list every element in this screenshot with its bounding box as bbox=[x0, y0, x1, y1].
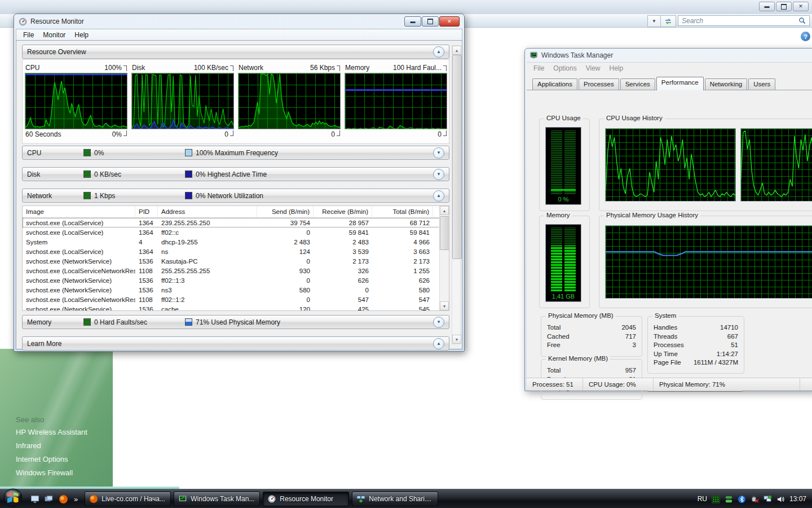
taskbar-clock[interactable]: 13:07 bbox=[789, 495, 806, 503]
hp-wireless-tray-icon[interactable] bbox=[725, 495, 733, 503]
column-header[interactable]: Image bbox=[23, 206, 135, 217]
menu-bar: FileMonitorHelp bbox=[16, 29, 462, 41]
scroll-up-button[interactable]: ▲ bbox=[440, 206, 449, 215]
flip3d-icon[interactable] bbox=[45, 494, 54, 504]
show-desktop-icon[interactable] bbox=[30, 494, 40, 504]
table-row[interactable]: svchost.exe (NetworkService)1536ns358005… bbox=[23, 285, 449, 295]
collapse-button[interactable]: ▲ bbox=[433, 46, 444, 58]
taskbar-button[interactable]: Resource Monitor bbox=[263, 492, 349, 506]
restore-button[interactable] bbox=[776, 2, 792, 11]
column-header[interactable]: Receive (B/min) bbox=[314, 206, 372, 217]
task-manager-titlebar[interactable]: Windows Task Manager bbox=[525, 49, 812, 62]
tab-users[interactable]: Users bbox=[748, 78, 775, 90]
tab-services[interactable]: Services bbox=[620, 78, 655, 90]
scroll-down-button[interactable]: ▼ bbox=[440, 301, 449, 310]
table-row[interactable]: svchost.exe (LocalService)1364ff02::c059… bbox=[23, 227, 449, 237]
collapse-button[interactable]: ▲ bbox=[433, 190, 444, 202]
collapse-button[interactable]: ▲ bbox=[433, 338, 444, 349]
minimize-button[interactable]: ▬ bbox=[759, 2, 775, 11]
table-row[interactable]: svchost.exe (LocalService)1364ns1243 539… bbox=[23, 247, 449, 256]
table-cell: 1364 bbox=[135, 220, 158, 226]
section-label: Disk bbox=[27, 170, 83, 178]
quick-launch-overflow-chevron[interactable]: » bbox=[74, 495, 78, 503]
search-box[interactable]: Search bbox=[678, 15, 810, 26]
stat-value: 14710 bbox=[720, 323, 738, 332]
firefox-icon bbox=[89, 494, 98, 503]
expand-button[interactable]: ▼ bbox=[433, 147, 444, 159]
section-memory[interactable]: Memory 0 Hard Faults/sec 71% Used Physic… bbox=[22, 315, 449, 329]
taskbar-button[interactable]: Windows Task Man... bbox=[174, 492, 260, 506]
table-row[interactable]: svchost.exe (LocalService)1364239.255.25… bbox=[23, 218, 449, 227]
resource-monitor-titlebar[interactable]: Resource Monitor ▬ ✕ bbox=[14, 14, 464, 29]
address-dropdown-button[interactable]: ▼ bbox=[647, 15, 661, 27]
help-icon[interactable]: ? bbox=[801, 32, 810, 41]
scrollbar-thumb[interactable] bbox=[452, 55, 462, 259]
section-disk[interactable]: Disk 0 KB/sec 0% Highest Active Time ▼ bbox=[22, 167, 449, 181]
menu-view[interactable]: View bbox=[581, 63, 605, 73]
menu-monitor[interactable]: Monitor bbox=[38, 30, 70, 40]
column-header[interactable]: PID bbox=[135, 206, 158, 217]
window-scrollbar[interactable]: ▲ ▼ bbox=[452, 45, 461, 344]
stat-value: 3 bbox=[633, 341, 636, 350]
section-stat: 0% Highest Active Time bbox=[196, 170, 267, 178]
see-also-link[interactable]: Internet Options bbox=[16, 455, 87, 463]
table-cell: 124 bbox=[257, 248, 314, 255]
table-cell: 4 966 bbox=[372, 239, 433, 246]
network-tray-icon[interactable] bbox=[764, 495, 772, 503]
memory-gauge: 1,41 GB bbox=[545, 224, 581, 302]
section-learn-more[interactable]: Learn More ▲ bbox=[22, 336, 449, 351]
table-row[interactable]: System4dhcp-19-2552 4832 4834 966 bbox=[23, 237, 449, 247]
firefox-quicklaunch-icon[interactable] bbox=[59, 494, 68, 504]
tab-applications[interactable]: Applications bbox=[532, 78, 577, 90]
menu-help[interactable]: Help bbox=[605, 63, 628, 73]
menu-file[interactable]: File bbox=[19, 30, 38, 40]
close-button[interactable]: ✕ bbox=[439, 16, 460, 27]
minimize-button[interactable]: ▬ bbox=[404, 16, 421, 27]
graph-label: Network bbox=[239, 64, 263, 72]
tab-performance[interactable]: Performance bbox=[656, 77, 704, 90]
power-tray-icon[interactable] bbox=[751, 495, 759, 503]
see-also-link[interactable]: Windows Firewall bbox=[16, 468, 87, 477]
see-also-link[interactable]: Infrared bbox=[16, 441, 87, 450]
table-cell: 120 bbox=[257, 306, 314, 312]
scroll-down-button[interactable]: ▼ bbox=[452, 335, 461, 344]
section-cpu[interactable]: CPU 0% 100% Maximum Frequency ▼ bbox=[22, 146, 449, 160]
table-cell: 28 957 bbox=[314, 220, 372, 226]
taskbar-button[interactable]: Network and Sharin... bbox=[352, 492, 438, 506]
keyboard-language-indicator[interactable]: RU bbox=[698, 495, 707, 503]
bluetooth-tray-icon[interactable] bbox=[738, 495, 746, 503]
cpu-meter-tray-icon[interactable] bbox=[712, 495, 720, 503]
table-cell: 0 bbox=[314, 287, 372, 294]
tab-networking[interactable]: Networking bbox=[705, 78, 748, 90]
table-row[interactable]: svchost.exe (LocalServiceNetworkRest...1… bbox=[23, 295, 449, 304]
column-header[interactable]: Send (B/min) bbox=[257, 206, 314, 217]
refresh-button[interactable] bbox=[660, 15, 676, 27]
start-button[interactable] bbox=[2, 487, 24, 508]
expand-button[interactable]: ▼ bbox=[433, 169, 444, 180]
table-cell: 2 483 bbox=[314, 239, 372, 246]
column-header[interactable]: Total (B/min) bbox=[372, 206, 433, 217]
volume-tray-icon[interactable] bbox=[776, 495, 785, 503]
column-header[interactable]: Address bbox=[158, 206, 257, 217]
scrollbar-thumb[interactable] bbox=[440, 216, 449, 250]
table-cell: ns bbox=[158, 248, 257, 255]
expand-button[interactable]: ▼ bbox=[433, 317, 444, 328]
tab-processes[interactable]: Processes bbox=[579, 78, 619, 90]
stat-value: 51 bbox=[731, 341, 738, 350]
table-scrollbar[interactable]: ▲ ▼ bbox=[439, 206, 449, 310]
menu-options[interactable]: Options bbox=[549, 63, 581, 73]
menu-file[interactable]: File bbox=[529, 63, 549, 73]
section-resource-overview[interactable]: Resource Overview ▲ bbox=[22, 45, 449, 59]
table-row[interactable]: svchost.exe (LocalServiceNetworkRest...1… bbox=[23, 266, 449, 275]
taskbar-button[interactable]: Live-co.com / Нача... bbox=[85, 492, 171, 506]
section-network[interactable]: Network 1 Kbps 0% Network Utilization ▲ bbox=[22, 189, 449, 203]
table-row[interactable]: svchost.exe (NetworkService)1536ff02::1:… bbox=[23, 275, 449, 285]
table-row[interactable]: svchost.exe (NetworkService)1536cache120… bbox=[23, 304, 449, 311]
close-button[interactable]: ✕ bbox=[793, 2, 809, 11]
search-icon[interactable] bbox=[798, 17, 806, 24]
scroll-up-button[interactable]: ▲ bbox=[452, 46, 461, 55]
menu-help[interactable]: Help bbox=[70, 30, 93, 40]
see-also-link[interactable]: HP Wireless Assistant bbox=[16, 428, 87, 436]
table-row[interactable]: svchost.exe (NetworkService)1536Kasutaja… bbox=[23, 256, 449, 266]
maximize-button[interactable] bbox=[422, 16, 439, 27]
